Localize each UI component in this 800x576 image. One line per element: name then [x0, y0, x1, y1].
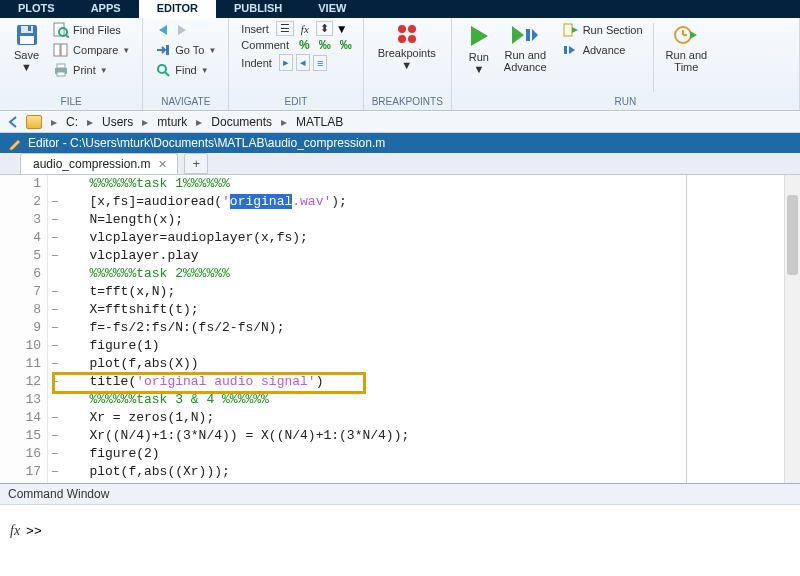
- tab-apps[interactable]: APPS: [73, 0, 139, 18]
- file-tab-strip: audio_compression.m ✕ +: [0, 153, 800, 175]
- crumb-3[interactable]: Documents: [211, 115, 272, 129]
- scroll-thumb[interactable]: [787, 195, 798, 275]
- svg-point-18: [408, 35, 416, 43]
- group-breakpoints-label: BREAKPOINTS: [372, 94, 443, 110]
- folder-icon[interactable]: [26, 115, 42, 129]
- command-prompt: >>: [26, 524, 42, 539]
- svg-line-6: [66, 35, 69, 38]
- back-small-icon[interactable]: [6, 115, 20, 129]
- print-button[interactable]: Print▼: [49, 61, 134, 79]
- run-advance-icon: [510, 23, 540, 47]
- editor-title-bar: Editor - C:\Users\mturk\Documents\MATLAB…: [0, 133, 800, 153]
- file-tab-label: audio_compression.m: [33, 157, 150, 171]
- tab-publish[interactable]: PUBLISH: [216, 0, 300, 18]
- group-navigate-label: NAVIGATE: [151, 94, 220, 110]
- svg-line-14: [165, 72, 169, 76]
- run-time-icon: [673, 23, 699, 47]
- nav-fwd-icon[interactable]: [174, 23, 190, 37]
- close-tab-icon[interactable]: ✕: [158, 158, 167, 171]
- code-editor[interactable]: 1234567891011121314151617 ––––––––––––––…: [0, 175, 800, 483]
- breakpoints-icon: [396, 23, 418, 45]
- compare-button[interactable]: Compare▼: [49, 41, 134, 59]
- command-window-header: Command Window: [0, 483, 800, 505]
- svg-rect-12: [166, 45, 169, 55]
- save-label: Save: [14, 49, 39, 61]
- editor-pencil-icon: [8, 136, 22, 150]
- svg-point-17: [398, 35, 406, 43]
- group-edit-label: EDIT: [237, 94, 354, 110]
- tab-plots[interactable]: PLOTS: [0, 0, 73, 18]
- find-icon: [155, 62, 171, 78]
- address-bar: ▸ C:▸ Users▸ mturk▸ Documents▸ MATLAB: [0, 111, 800, 133]
- main-tab-bar: PLOTS APPS EDITOR PUBLISH VIEW: [0, 0, 800, 18]
- code-content[interactable]: %%%%%%task 1%%%%%% [x,fs]=audioread('ori…: [62, 175, 800, 483]
- run-section-icon: [563, 22, 579, 38]
- indent-more-icon[interactable]: ▸: [279, 54, 293, 71]
- indent-less-icon[interactable]: ◂: [296, 54, 310, 71]
- editor-scrollbar[interactable]: [784, 175, 800, 483]
- uncomment-icon[interactable]: ‰: [316, 38, 334, 52]
- run-label: Run: [469, 51, 489, 63]
- svg-point-13: [158, 65, 166, 73]
- breakpoints-button[interactable]: Breakpoints▼: [372, 21, 442, 73]
- run-and-time-label: Run and Time: [666, 49, 708, 73]
- svg-point-15: [398, 25, 406, 33]
- svg-rect-2: [21, 26, 33, 33]
- advance-button[interactable]: Advance: [559, 41, 647, 59]
- line-number-gutter: 1234567891011121314151617: [0, 175, 48, 483]
- insert-button[interactable]: Insert: [237, 22, 273, 36]
- goto-icon: [155, 42, 171, 58]
- svg-rect-7: [54, 44, 60, 56]
- svg-rect-21: [564, 46, 567, 54]
- fold-gutter: ––––––––––––––: [48, 175, 62, 483]
- find-files-icon: [53, 22, 69, 38]
- group-file-label: FILE: [8, 94, 134, 110]
- svg-rect-19: [526, 29, 530, 41]
- wrap-comment-icon[interactable]: ‰: [337, 38, 355, 52]
- svg-rect-10: [57, 64, 65, 68]
- svg-point-16: [408, 25, 416, 33]
- goto-button[interactable]: Go To▼: [151, 41, 220, 59]
- file-tab-active[interactable]: audio_compression.m ✕: [20, 153, 178, 174]
- nav-back-icon[interactable]: [155, 23, 171, 37]
- ribbon: Save▼ Find Files Compare▼ Print▼ FILE Go…: [0, 18, 800, 111]
- fx-icon[interactable]: fx: [10, 523, 20, 539]
- group-run-label: RUN: [460, 94, 791, 110]
- comment-pct-icon[interactable]: %: [296, 38, 313, 52]
- run-icon: [466, 23, 492, 49]
- command-window[interactable]: fx >>: [0, 505, 800, 557]
- compare-icon: [53, 42, 69, 58]
- insert-section-icon[interactable]: ☰: [276, 21, 294, 36]
- breakpoints-label: Breakpoints: [378, 47, 436, 59]
- find-button[interactable]: Find▼: [151, 61, 220, 79]
- run-and-time-button[interactable]: Run and Time: [660, 21, 714, 75]
- comment-button[interactable]: Comment: [237, 38, 293, 52]
- tab-editor[interactable]: EDITOR: [139, 0, 216, 18]
- svg-rect-20: [564, 24, 572, 36]
- run-and-advance-label: Run and Advance: [504, 49, 547, 73]
- crumb-4[interactable]: MATLAB: [296, 115, 343, 129]
- run-button[interactable]: Run▼: [460, 21, 498, 77]
- svg-rect-11: [57, 72, 65, 76]
- svg-rect-8: [61, 44, 67, 56]
- crumb-1[interactable]: Users: [102, 115, 133, 129]
- insert-fx-button[interactable]: fx: [297, 22, 313, 36]
- print-icon: [53, 62, 69, 78]
- indent-button[interactable]: Indent: [237, 56, 276, 70]
- editor-title: Editor - C:\Users\mturk\Documents\MATLAB…: [28, 136, 385, 150]
- save-button[interactable]: Save▼: [8, 21, 45, 75]
- run-and-advance-button[interactable]: Run and Advance: [498, 21, 553, 75]
- tab-view[interactable]: VIEW: [300, 0, 364, 18]
- run-section-button[interactable]: Run Section: [559, 21, 647, 39]
- new-tab-button[interactable]: +: [184, 153, 208, 174]
- insert-heading-icon[interactable]: ⬍: [316, 21, 333, 36]
- crumb-0[interactable]: C:: [66, 115, 78, 129]
- find-files-button[interactable]: Find Files: [49, 21, 134, 39]
- svg-rect-3: [28, 26, 31, 31]
- save-icon: [15, 23, 39, 47]
- advance-icon: [563, 42, 579, 58]
- smart-indent-icon[interactable]: ≡: [313, 55, 327, 71]
- crumb-2[interactable]: mturk: [157, 115, 187, 129]
- svg-rect-1: [20, 36, 34, 44]
